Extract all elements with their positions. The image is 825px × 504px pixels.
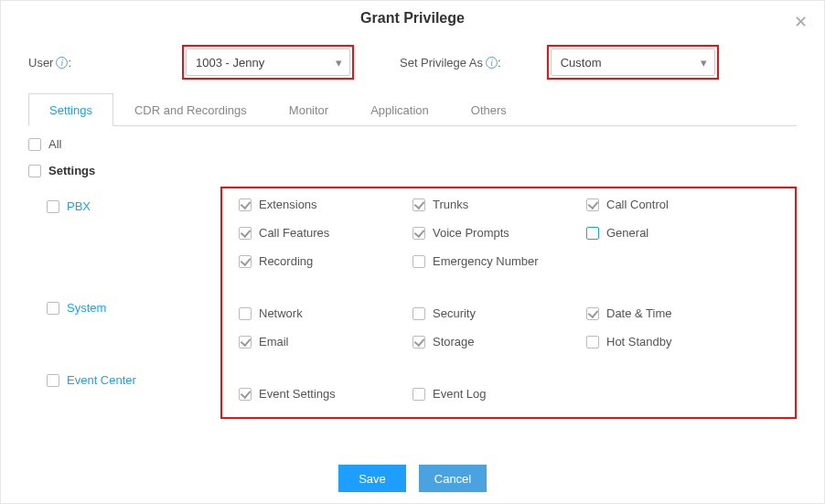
priv-call-features: Call Features [239, 226, 412, 240]
system-checkbox[interactable] [47, 302, 59, 315]
hot-standby-checkbox[interactable] [586, 336, 599, 349]
priv-extensions: Extensions [239, 198, 412, 211]
priv-security: Security [412, 306, 586, 320]
voice-prompts-checkbox[interactable] [412, 227, 425, 240]
privilege-select-value: Custom [561, 56, 602, 70]
extensions-checkbox[interactable] [239, 198, 252, 211]
priv-voice-prompts: Voice Prompts [412, 226, 586, 240]
recording-label: Recording [259, 254, 313, 268]
priv-hot-standby: Hot Standby [586, 335, 760, 349]
chevron-down-icon: ▾ [336, 56, 342, 70]
system-label[interactable]: System [67, 301, 106, 315]
cancel-button[interactable]: Cancel [419, 465, 487, 492]
trunks-label: Trunks [433, 198, 468, 211]
email-checkbox[interactable] [239, 336, 252, 349]
call-control-checkbox[interactable] [586, 198, 599, 211]
event-settings-checkbox[interactable] [239, 388, 252, 401]
security-checkbox[interactable] [412, 307, 425, 320]
recording-checkbox[interactable] [239, 255, 252, 268]
tree-item-pbx: PBX [47, 199, 193, 213]
chevron-down-icon: ▾ [701, 56, 707, 70]
priv-event-log: Event Log [412, 387, 586, 401]
privilege-grid-highlight: Extensions Trunks Call Control Call Feat… [220, 187, 797, 419]
pbx-label[interactable]: PBX [67, 199, 91, 213]
privilege-label: Set Privilege As i : [400, 56, 501, 70]
date-time-checkbox[interactable] [586, 307, 599, 320]
general-checkbox[interactable] [586, 227, 599, 240]
priv-event-settings: Event Settings [239, 387, 412, 401]
settings-checkbox[interactable] [28, 165, 41, 177]
user-select[interactable]: 1003 - Jenny ▾ [186, 48, 350, 76]
event-center-label[interactable]: Event Center [67, 373, 136, 387]
privilege-select[interactable]: Custom ▾ [551, 48, 715, 76]
email-label: Email [259, 335, 289, 349]
settings-group-label: Settings [48, 164, 95, 177]
emergency-number-checkbox[interactable] [412, 255, 425, 268]
voice-prompts-label: Voice Prompts [433, 226, 509, 240]
priv-network: Network [239, 306, 412, 320]
priv-general: General [586, 226, 760, 240]
call-features-label: Call Features [259, 226, 329, 240]
tree-item-event-center: Event Center [47, 373, 193, 387]
tab-others[interactable]: Others [450, 93, 528, 126]
hot-standby-label: Hot Standby [606, 335, 672, 349]
all-row: All [28, 137, 797, 151]
user-select-highlight: 1003 - Jenny ▾ [182, 45, 354, 80]
storage-label: Storage [433, 335, 475, 349]
privilege-label-text: Set Privilege As [400, 56, 483, 70]
network-label: Network [259, 306, 303, 320]
settings-row: Settings [28, 164, 797, 177]
dialog-title: Grant Privilege [1, 1, 824, 34]
priv-trunks: Trunks [412, 198, 586, 211]
tree-column: PBX System Event Center [28, 187, 193, 419]
date-time-label: Date & Time [606, 306, 672, 320]
privilege-grid: Extensions Trunks Call Control Call Feat… [239, 198, 778, 401]
user-select-value: 1003 - Jenny [196, 56, 264, 70]
general-label: General [606, 226, 648, 240]
call-control-label: Call Control [606, 198, 669, 211]
colon: : [68, 56, 71, 70]
priv-date-time: Date & Time [586, 306, 760, 320]
colon: : [498, 56, 501, 70]
save-button[interactable]: Save [338, 465, 406, 492]
priv-call-control: Call Control [586, 198, 760, 211]
event-center-checkbox[interactable] [47, 374, 59, 387]
user-label: User i : [28, 56, 109, 70]
info-icon[interactable]: i [486, 57, 498, 69]
event-log-checkbox[interactable] [412, 388, 425, 401]
all-checkbox[interactable] [28, 138, 41, 151]
network-checkbox[interactable] [239, 307, 252, 320]
privilege-select-highlight: Custom ▾ [547, 45, 719, 80]
event-settings-label: Event Settings [259, 387, 336, 401]
user-label-text: User [28, 56, 53, 70]
trunks-checkbox[interactable] [412, 198, 425, 211]
event-log-label: Event Log [433, 387, 487, 401]
info-icon[interactable]: i [56, 57, 68, 69]
storage-checkbox[interactable] [412, 336, 425, 349]
tab-cdr[interactable]: CDR and Recordings [113, 93, 268, 126]
call-features-checkbox[interactable] [239, 227, 252, 240]
dialog-footer: Save Cancel [1, 465, 824, 492]
close-icon[interactable]: ✕ [794, 14, 808, 30]
priv-email: Email [239, 335, 412, 349]
pbx-checkbox[interactable] [47, 200, 59, 213]
all-label: All [48, 137, 61, 151]
emergency-number-label: Emergency Number [433, 254, 539, 268]
tree-item-system: System [47, 301, 193, 315]
extensions-label: Extensions [259, 198, 317, 211]
tab-monitor[interactable]: Monitor [268, 93, 349, 126]
tab-settings[interactable]: Settings [28, 93, 113, 126]
priv-storage: Storage [412, 335, 586, 349]
security-label: Security [433, 306, 476, 320]
tabs: Settings CDR and Recordings Monitor Appl… [28, 92, 797, 126]
priv-recording: Recording [239, 254, 412, 268]
tab-application[interactable]: Application [349, 93, 450, 126]
priv-emergency-number: Emergency Number [412, 254, 586, 268]
